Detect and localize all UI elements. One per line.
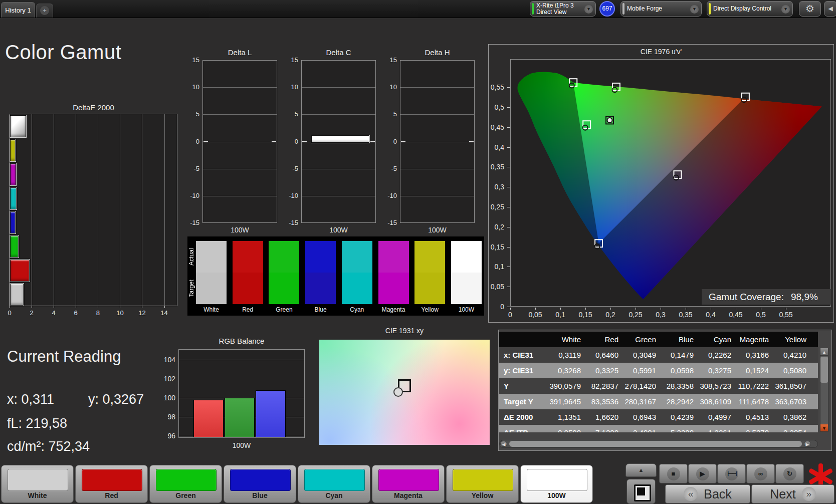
- cell: 0,5080: [775, 363, 812, 378]
- gridline: [302, 87, 375, 88]
- pattern-button-magenta[interactable]: Magenta: [372, 465, 445, 503]
- cie-y-tick: [507, 107, 510, 108]
- cell: 111,6478: [737, 394, 775, 409]
- next-button[interactable]: Next»: [751, 484, 834, 503]
- gridline: [203, 169, 277, 169]
- cell: 278,1420: [624, 378, 662, 394]
- scroll-right-button[interactable]: ▶: [804, 441, 811, 447]
- pattern-label: Red: [76, 491, 147, 499]
- play-button[interactable]: ▶: [688, 464, 717, 483]
- cie-x-tick-label: 0: [499, 311, 521, 319]
- cie-x-tick-label: 0,15: [574, 311, 596, 319]
- cie-y-tick-label: 0,05: [480, 283, 504, 291]
- column-header-red: Red: [587, 332, 624, 347]
- x-tick-label: 12: [134, 309, 149, 317]
- patch-actual-cyan: [342, 241, 372, 273]
- pattern-button-red[interactable]: Red: [75, 465, 148, 503]
- pattern-button-cyan[interactable]: Cyan: [298, 465, 370, 503]
- row-label: Target Y: [499, 394, 549, 409]
- row-label: Y: [499, 378, 549, 394]
- scroll-down-button[interactable]: ▼: [820, 424, 828, 432]
- gridline: [179, 379, 304, 379]
- tab-history-1[interactable]: History 1: [1, 2, 35, 18]
- cell: 0,1479: [662, 347, 700, 363]
- h-scroll-thumb[interactable]: [509, 441, 802, 447]
- column-header-yellow: Yellow: [775, 332, 812, 347]
- cie-y-tick: [507, 207, 510, 207]
- continuous-button[interactable]: ∞: [746, 464, 775, 483]
- back-arrow-icon: «: [684, 487, 698, 501]
- gridline: [32, 114, 32, 306]
- cie-y-tick: [507, 127, 510, 128]
- chevron-down-icon[interactable]: ▼: [781, 5, 790, 14]
- cell: 5,3288: [662, 425, 700, 432]
- stop-button[interactable]: ■: [659, 464, 688, 483]
- tick: [164, 306, 165, 308]
- zero-tick: [272, 141, 276, 142]
- cie-y-tick: [507, 307, 510, 307]
- scroll-up-button[interactable]: ▲: [820, 348, 828, 356]
- pattern-button-green[interactable]: Green: [149, 465, 222, 503]
- scroll-left-button[interactable]: ◀: [500, 441, 507, 447]
- pattern-window-button[interactable]: [626, 479, 656, 504]
- cell: 0,1524: [737, 363, 775, 378]
- cell: 363,6703: [775, 394, 812, 409]
- chevron-down-icon[interactable]: ▼: [584, 5, 593, 14]
- pattern-button-white[interactable]: White: [1, 465, 74, 503]
- pattern-swatch: [378, 469, 439, 491]
- cie-y-tick: [507, 267, 510, 267]
- panel-up-button[interactable]: ▲: [625, 463, 657, 477]
- settings-button[interactable]: ⚙: [799, 1, 821, 17]
- cell: 361,8507: [775, 378, 812, 394]
- chevron-up-icon: ▲: [626, 464, 656, 476]
- gridline: [164, 114, 165, 306]
- current-reading-title: Current Reading: [7, 348, 121, 366]
- single-measure-icon: ⊢⊣: [725, 467, 738, 480]
- cell: 0,5991: [624, 363, 662, 378]
- cell: 0,3268: [549, 363, 587, 378]
- pattern-button-yellow[interactable]: Yellow: [446, 465, 519, 503]
- x-tick-label: 0: [2, 309, 17, 317]
- reading-x: x: 0,311: [7, 392, 54, 407]
- cie1976-plot: [510, 59, 831, 307]
- rgb-balance-title: RGB Balance: [178, 337, 305, 345]
- cell: 0,2262: [700, 347, 737, 363]
- v-scroll-thumb[interactable]: [820, 357, 828, 383]
- cell: 7,1200: [587, 425, 624, 432]
- meter-accent-bar: [532, 3, 534, 15]
- collapse-panel-button[interactable]: ◀: [824, 1, 836, 17]
- cie-y-tick-label: 0,35: [480, 163, 504, 171]
- cell: 82,2837: [587, 378, 624, 394]
- zero-tick: [469, 141, 474, 142]
- add-tab-button[interactable]: +: [36, 4, 53, 18]
- delta-x-label: 100W: [202, 226, 277, 234]
- patch-target-red: [233, 273, 263, 304]
- gridline: [302, 114, 375, 115]
- cell: 83,3536: [587, 394, 624, 409]
- chevron-down-icon[interactable]: ▼: [690, 5, 699, 14]
- patch-actual-green: [269, 241, 299, 273]
- cell: 0,3166: [737, 347, 775, 363]
- cell: 0,3119: [549, 347, 587, 363]
- refresh-button[interactable]: ↻: [775, 464, 804, 483]
- cie-y-tick-label: 0,55: [480, 83, 504, 91]
- cell: 0,3275: [700, 363, 737, 378]
- pattern-source-dropdown[interactable]: Mobile Forge ▼: [620, 1, 702, 17]
- pattern-button-blue[interactable]: Blue: [224, 465, 296, 503]
- pattern-button-100w[interactable]: 100W: [520, 465, 593, 503]
- cell: 0,6460: [587, 347, 624, 363]
- next-label: Next: [770, 487, 795, 501]
- cie-x-tick: [761, 308, 761, 310]
- workflow-dropdown[interactable]: Direct Display Control ▼: [707, 1, 793, 17]
- single-measure-button[interactable]: ⊢⊣: [717, 464, 746, 483]
- re­ading-fl: fL: 219,58: [7, 416, 67, 431]
- reading-y: y: 0,3267: [88, 392, 144, 407]
- reading-cdm2-label: cd/m²:: [7, 439, 45, 454]
- cie-y-tick: [507, 147, 510, 148]
- cell: 391,9645: [549, 394, 587, 409]
- meter-device-dropdown[interactable]: X-Rite i1Pro 3 Direct View ▼: [530, 1, 596, 17]
- cie-x-tick-label: 0,4: [700, 311, 722, 319]
- cie1931-plot: [319, 340, 490, 445]
- back-button[interactable]: «Back: [665, 484, 750, 503]
- cell: 28,3358: [662, 378, 700, 394]
